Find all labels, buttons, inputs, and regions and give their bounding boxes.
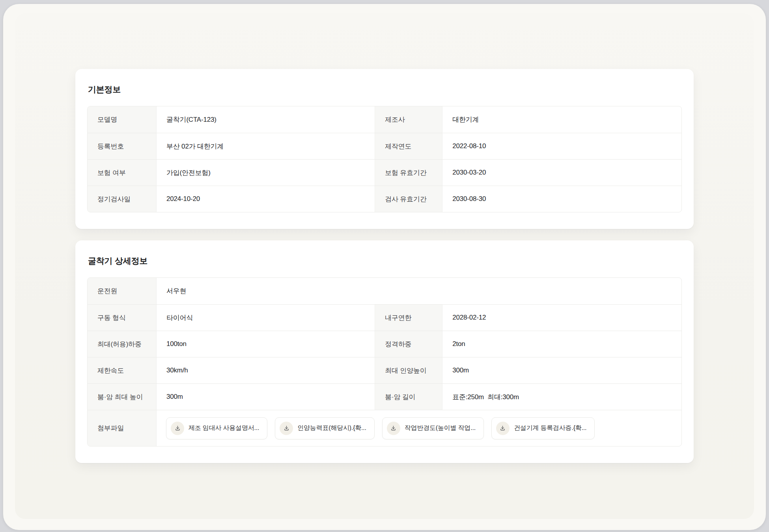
attachment-buttons: 제조 임대사 사용설명서... 인양능력표(해당시).{확... 작업반경도(높… — [157, 410, 681, 446]
download-icon — [387, 422, 400, 435]
table-row: 제한속도 30km/h 최대 인양높이 300m — [88, 357, 681, 383]
table-row: 모델명 굴착기(CTA-123) 제조사 대한기계 — [88, 106, 681, 133]
table-row-attachments: 첨부파일 제조 임대사 사용설명서... 인양능력표(해당시).{확... — [88, 410, 681, 446]
field-label: 제조사 — [375, 106, 442, 133]
basic-info-title: 기본정보 — [88, 84, 681, 95]
field-value: 대한기계 — [442, 106, 681, 133]
basic-info-card: 기본정보 모델명 굴착기(CTA-123) 제조사 대한기계 등록번호 부산 0… — [75, 69, 694, 229]
field-value: 300m — [157, 384, 375, 410]
attachment-file-button[interactable]: 제조 임대사 사용설명서... — [166, 417, 267, 439]
table-row: 보험 여부 가입(안전보험) 보험 유효기간 2030-03-20 — [88, 159, 681, 186]
download-icon — [280, 422, 293, 435]
field-value: 서우현 — [157, 278, 681, 304]
attachment-file-button[interactable]: 인양능력표(해당시).{확... — [275, 417, 375, 439]
table-row: 등록번호 부산 02가 대한기계 제작연도 2022-08-10 — [88, 133, 681, 159]
field-value: 2ton — [442, 331, 681, 357]
download-icon — [496, 422, 510, 435]
table-row-operator: 운전원 서우현 — [88, 278, 681, 304]
field-value: 굴착기(CTA-123) — [157, 106, 375, 133]
excavator-detail-title: 굴착기 상세정보 — [88, 255, 681, 266]
field-label: 보험 유효기간 — [375, 160, 442, 186]
field-label: 내구연한 — [375, 305, 442, 331]
field-label: 검사 유효기간 — [375, 186, 442, 212]
field-value: 2028-02-12 — [442, 305, 681, 331]
basic-info-table: 모델명 굴착기(CTA-123) 제조사 대한기계 등록번호 부산 02가 대한… — [87, 106, 682, 212]
download-icon — [171, 422, 184, 435]
field-value: 타이어식 — [157, 305, 375, 331]
field-label: 첨부파일 — [88, 410, 157, 446]
field-value: 300m — [442, 357, 681, 383]
field-value: 2024-10-20 — [157, 186, 375, 212]
excavator-detail-table: 운전원 서우현 구동 형식 타이어식 내구연한 2028-02-12 최대(허용… — [87, 277, 682, 446]
field-label: 최대(허용)하중 — [88, 331, 157, 357]
field-value: 부산 02가 대한기계 — [157, 133, 375, 159]
table-row: 구동 형식 타이어식 내구연한 2028-02-12 — [88, 304, 681, 331]
field-value: 2030-03-20 — [442, 160, 681, 186]
attachment-file-button[interactable]: 건설기계 등록검사증.{확... — [491, 417, 595, 439]
field-value: 2030-08-30 — [442, 186, 681, 212]
attachment-file-button[interactable]: 작업반경도(높이별 작업... — [382, 417, 484, 439]
excavator-detail-card: 굴착기 상세정보 운전원 서우현 구동 형식 타이어식 내구연한 2028-02… — [75, 240, 694, 463]
attachment-file-name: 인양능력표(해당시).{확... — [297, 424, 366, 432]
field-value: 30km/h — [157, 357, 375, 383]
field-label: 최대 인양높이 — [375, 357, 442, 383]
attachment-file-name: 건설기계 등록검사증.{확... — [514, 424, 586, 432]
field-label: 운전원 — [88, 278, 157, 304]
field-label: 정기검사일 — [88, 186, 157, 212]
field-label: 제한속도 — [88, 357, 157, 383]
field-label: 등록번호 — [88, 133, 157, 159]
table-row: 붐·암 최대 높이 300m 붐·암 길이 표준:250m 최대:300m — [88, 383, 681, 410]
field-label: 붐·암 최대 높이 — [88, 384, 157, 410]
main-content: 기본정보 모델명 굴착기(CTA-123) 제조사 대한기계 등록번호 부산 0… — [75, 69, 694, 463]
field-value: 2022-08-10 — [442, 133, 681, 159]
field-label: 붐·암 길이 — [375, 384, 442, 410]
table-row: 정기검사일 2024-10-20 검사 유효기간 2030-08-30 — [88, 186, 681, 212]
field-label: 정격하중 — [375, 331, 442, 357]
field-value: 100ton — [157, 331, 375, 357]
field-label: 모델명 — [88, 106, 157, 133]
field-label: 제작연도 — [375, 133, 442, 159]
attachment-file-name: 제조 임대사 사용설명서... — [189, 424, 259, 432]
field-label: 구동 형식 — [88, 305, 157, 331]
field-label: 보험 여부 — [88, 160, 157, 186]
attachment-file-name: 작업반경도(높이별 작업... — [405, 424, 476, 432]
field-value: 가입(안전보험) — [157, 160, 375, 186]
table-row: 최대(허용)하중 100ton 정격하중 2ton — [88, 331, 681, 357]
field-value: 표준:250m 최대:300m — [442, 384, 681, 410]
